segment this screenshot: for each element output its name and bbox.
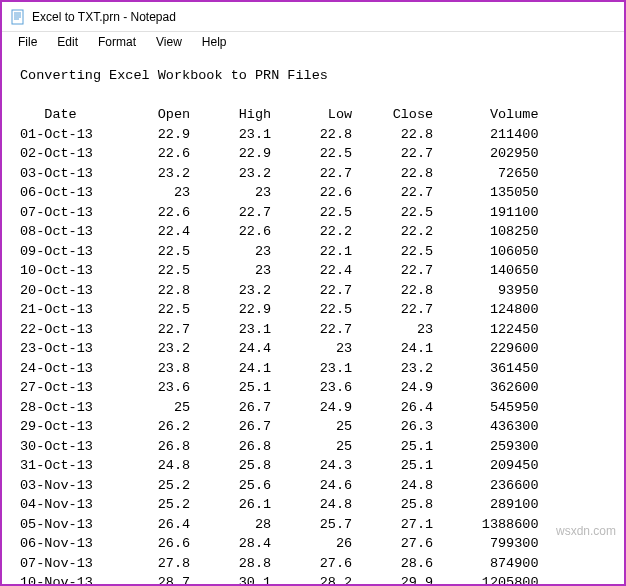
menu-view[interactable]: View bbox=[148, 33, 190, 51]
menu-help[interactable]: Help bbox=[194, 33, 235, 51]
menu-format[interactable]: Format bbox=[90, 33, 144, 51]
menubar: File Edit Format View Help bbox=[2, 32, 624, 52]
watermark: wsxdn.com bbox=[556, 524, 616, 538]
notepad-icon bbox=[10, 9, 26, 25]
menu-edit[interactable]: Edit bbox=[49, 33, 86, 51]
menu-file[interactable]: File bbox=[10, 33, 45, 51]
text-area[interactable]: Converting Excel Workbook to PRN Files D… bbox=[2, 52, 624, 586]
window-titlebar: Excel to TXT.prn - Notepad bbox=[2, 2, 624, 32]
window-title: Excel to TXT.prn - Notepad bbox=[32, 10, 176, 24]
